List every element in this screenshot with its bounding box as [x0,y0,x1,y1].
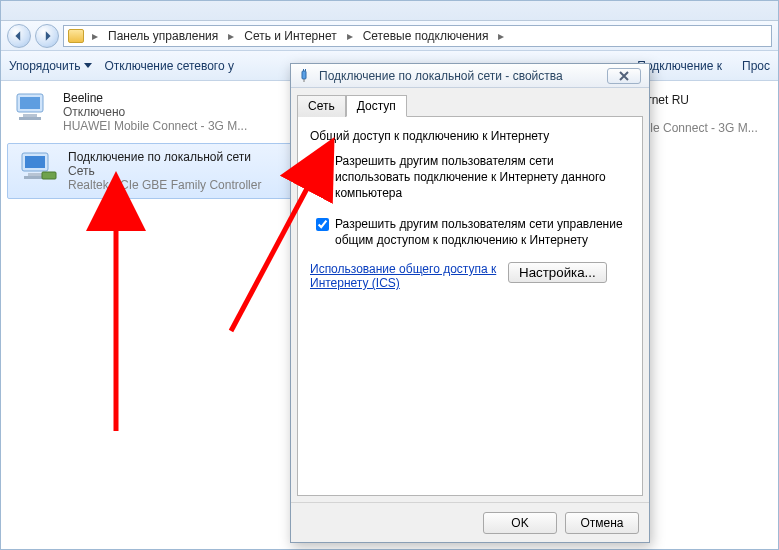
dialog-title: Подключение по локальной сети - свойства [319,69,563,83]
connection-item-lan[interactable]: Подключение по локальной сети Сеть Realt… [7,143,337,199]
ok-button[interactable]: OK [483,512,557,534]
ics-help-link[interactable]: Использование общего доступа к Интернету… [310,262,500,290]
connection-device: Realtek PCIe GBE Family Controller [68,178,261,192]
svg-rect-8 [42,172,56,179]
dialog-close-button[interactable] [607,68,641,84]
organize-menu[interactable]: Упорядочить [9,59,92,73]
svg-rect-2 [23,114,37,117]
folder-icon [68,29,84,43]
svg-rect-6 [28,173,42,176]
connection-device: HUAWEI Mobile Connect - 3G M... [63,119,247,133]
connection-name: ernet RU [641,93,779,107]
properties-dialog: Подключение по локальной сети - свойства… [290,63,650,543]
tab-label: Сеть [308,99,335,113]
chevron-down-icon [84,63,92,68]
dialog-body: Сеть Доступ Общий доступ к подключению к… [291,88,649,502]
chevron-right-icon: ▸ [88,29,102,43]
cancel-button[interactable]: Отмена [565,512,639,534]
tab-sharing-page: Общий доступ к подключению к Интернету Р… [297,116,643,496]
connection-name: Подключение по локальной сети [68,150,261,164]
connection-status: Отключено [63,105,247,119]
allow-control-sharing-checkbox[interactable] [316,218,329,231]
dialog-titlebar: Подключение по локальной сети - свойства [291,64,649,88]
breadcrumb-control-panel[interactable]: Панель управления [106,29,220,43]
tab-label: Доступ [357,99,396,113]
allow-share-row: Разрешить другим пользователям сети испо… [316,153,630,202]
connection-item-partial[interactable]: ernet RU bile Connect - 3G M... [641,93,779,135]
organize-label: Упорядочить [9,59,80,73]
allow-control-row: Разрешить другим пользователям сети упра… [316,216,630,248]
sharing-group-label: Общий доступ к подключению к Интернету [310,129,630,143]
address-bar[interactable]: ▸ Панель управления ▸ Сеть и Интернет ▸ … [63,25,772,47]
svg-rect-5 [25,156,45,168]
connection-status: Сеть [68,164,261,178]
connection-name: Beeline [63,91,247,105]
tab-strip: Сеть Доступ [297,94,643,116]
svg-rect-3 [19,117,41,120]
chevron-right-icon: ▸ [224,29,238,43]
dialog-footer: OK Отмена [291,502,649,542]
allow-share-connection-label: Разрешить другим пользователям сети испо… [335,153,630,202]
allow-control-sharing-label: Разрешить другим пользователям сети упра… [335,216,630,248]
network-plug-icon [299,69,313,83]
disable-device-command[interactable]: Отключение сетевого у [104,59,234,73]
connect-to-command[interactable]: Подключение к [637,59,722,73]
connection-item-beeline[interactable]: Beeline Отключено HUAWEI Mobile Connect … [1,83,331,141]
explorer-window: ▸ Панель управления ▸ Сеть и Интернет ▸ … [0,0,779,550]
chevron-right-icon: ▸ [343,29,357,43]
svg-rect-1 [20,97,40,109]
breadcrumb-connections[interactable]: Сетевые подключения [361,29,491,43]
breadcrumb-network[interactable]: Сеть и Интернет [242,29,338,43]
nav-row: ▸ Панель управления ▸ Сеть и Интернет ▸ … [1,21,778,51]
inspect-command[interactable]: Прос [742,59,770,73]
nav-forward-button[interactable] [35,24,59,48]
connection-device: bile Connect - 3G M... [641,121,779,135]
tab-network[interactable]: Сеть [297,95,346,117]
nav-back-button[interactable] [7,24,31,48]
allow-share-connection-checkbox[interactable] [316,155,329,168]
titlebar [1,1,778,21]
svg-rect-9 [302,71,306,79]
network-adapter-icon [18,150,58,184]
chevron-right-icon: ▸ [494,29,508,43]
configure-button[interactable]: Настройка... [508,262,607,283]
tab-sharing[interactable]: Доступ [346,95,407,117]
network-adapter-icon [13,91,53,125]
